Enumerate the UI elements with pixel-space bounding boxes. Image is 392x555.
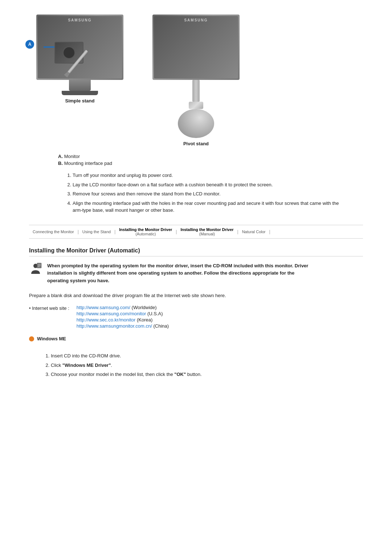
pivot-arm bbox=[192, 80, 200, 102]
instruction-item-1: Turn off your monitor and unplug its pow… bbox=[73, 172, 345, 179]
link-url-0[interactable]: http://www.samsung.com/ bbox=[77, 305, 130, 310]
windows-me-title: Windows ME bbox=[37, 336, 66, 341]
content-area: A SAMSUNG Simple stand bbox=[29, 15, 363, 378]
monitor-foot-simple bbox=[62, 91, 98, 95]
notice-text-bold: When prompted by the operating system fo… bbox=[47, 263, 308, 284]
link-list: http://www.samsung.com/ (Worldwide) http… bbox=[77, 305, 169, 329]
labels-section: A. Monitor B. Mounting interface pad bbox=[29, 154, 363, 166]
notice-svg-icon bbox=[29, 262, 42, 275]
simple-stand-figure: A SAMSUNG Simple stand bbox=[36, 15, 123, 104]
samsung-label-simple: SAMSUNG bbox=[68, 18, 91, 22]
link-suffix-3: (China) bbox=[154, 323, 169, 329]
link-url-3[interactable]: http://www.samsungmonitor.com.cn/ bbox=[77, 323, 152, 329]
step-2-bold: "Windows ME Driver" bbox=[62, 362, 111, 368]
nav-sep-5: | bbox=[269, 229, 270, 234]
monitor-back-simple: SAMSUNG bbox=[36, 15, 123, 80]
monitor-images-section: A SAMSUNG Simple stand bbox=[29, 15, 363, 146]
link-item-3[interactable]: http://www.samsungmonitor.com.cn/ (China… bbox=[77, 323, 169, 329]
link-label: • Internet web site : bbox=[29, 305, 69, 311]
step-item-3: Choose your monitor model in the model l… bbox=[51, 371, 323, 378]
instruction-item-4: Align the mounting interface pad with th… bbox=[73, 200, 345, 214]
windows-me-section: Windows ME bbox=[29, 336, 363, 341]
notice-text: When prompted by the operating system fo… bbox=[47, 262, 309, 285]
link-label-text: Internet web site : bbox=[32, 305, 69, 311]
step-item-1: Insert CD into the CD-ROM drive. bbox=[51, 352, 323, 360]
pivot-joint bbox=[189, 102, 203, 109]
steps-list: Insert CD into the CD-ROM drive. Click "… bbox=[29, 352, 363, 378]
notice-icon bbox=[29, 262, 42, 275]
label-a-item: A. Monitor bbox=[58, 154, 363, 159]
windows-dot-icon bbox=[29, 336, 34, 341]
nav-item-naturalcolor[interactable]: Natural Color bbox=[238, 230, 269, 234]
label-a-badge: A bbox=[25, 40, 34, 49]
simple-stand-label: Simple stand bbox=[65, 98, 95, 104]
monitor-back-pivot: SAMSUNG bbox=[152, 15, 240, 80]
link-section: • Internet web site : http://www.samsung… bbox=[29, 305, 363, 329]
pivot-stand-caption: Pivot stand bbox=[183, 141, 209, 146]
step-3-bold: "OK" bbox=[174, 372, 186, 377]
label-b-letter: B. bbox=[58, 161, 63, 166]
simple-stand-caption: Simple stand bbox=[65, 98, 95, 104]
nav-item-driver-manual-line2: (Manual) bbox=[199, 232, 215, 236]
nav-item-driver-auto-line2: (Automatic) bbox=[135, 232, 156, 236]
monitor-base-simple bbox=[69, 80, 91, 91]
label-b-item: B. Mounting interface pad bbox=[58, 161, 363, 166]
pivot-stand-label: Pivot stand bbox=[183, 141, 209, 146]
instruction-item-3: Remove four screws and then remove the s… bbox=[73, 190, 345, 198]
nav-bar: Connecting the Monitor | Using the Stand… bbox=[29, 225, 363, 239]
bullet-dot: • bbox=[29, 305, 32, 311]
link-suffix-0: (Worldwide) bbox=[132, 305, 157, 310]
label-a-text: Monitor bbox=[64, 154, 80, 159]
instruction-item-2: Lay the LCD monitor face-down on a flat … bbox=[73, 181, 345, 189]
nav-item-driver-manual[interactable]: Installing the Monitor Driver (Manual) bbox=[177, 227, 237, 236]
nav-item-driver-manual-line1: Installing the Monitor Driver bbox=[180, 227, 233, 232]
instructions-list: Turn off your monitor and unplug its pow… bbox=[29, 172, 363, 214]
label-b-text: Mounting interface pad bbox=[64, 161, 112, 166]
link-url-1[interactable]: http://www.samsung.com/monitor bbox=[77, 311, 146, 316]
nav-item-driver-auto[interactable]: Installing the Monitor Driver (Automatic… bbox=[115, 227, 176, 236]
windows-me-header: Windows ME bbox=[29, 336, 363, 341]
simple-stand-image: A SAMSUNG bbox=[36, 15, 123, 95]
link-suffix-2: (Korea) bbox=[137, 317, 152, 323]
nav-item-driver-auto-line1: Installing the Monitor Driver bbox=[119, 227, 172, 232]
instructions-ol: Turn off your monitor and unplug its pow… bbox=[65, 172, 363, 214]
step-item-2: Click "Windows ME Driver". bbox=[51, 362, 323, 369]
link-suffix-1: (U.S.A) bbox=[147, 311, 163, 316]
link-item-1[interactable]: http://www.samsung.com/monitor (U.S.A) bbox=[77, 311, 169, 316]
notice-box: When prompted by the operating system fo… bbox=[29, 262, 363, 285]
nav-item-stand[interactable]: Using the Stand bbox=[79, 230, 114, 234]
pivot-stand-figure: SAMSUNG Pivot stand bbox=[152, 15, 240, 146]
samsung-label-pivot: SAMSUNG bbox=[184, 18, 208, 22]
prepare-text: Prepare a blank disk and download the dr… bbox=[29, 292, 301, 299]
nav-item-connecting[interactable]: Connecting the Monitor bbox=[29, 230, 78, 234]
pivot-stand-image: SAMSUNG bbox=[152, 15, 240, 138]
label-a-letter: A. bbox=[58, 154, 63, 159]
link-item-0[interactable]: http://www.samsung.com/ (Worldwide) bbox=[77, 305, 169, 310]
link-item-2[interactable]: http://www.sec.co.kr/monitor (Korea) bbox=[77, 317, 169, 323]
section-header: Installing the Monitor Driver (Automatic… bbox=[29, 247, 363, 256]
page: A SAMSUNG Simple stand bbox=[0, 0, 392, 404]
steps-ol: Insert CD into the CD-ROM drive. Click "… bbox=[44, 352, 363, 378]
pivot-base bbox=[178, 109, 214, 138]
link-url-2[interactable]: http://www.sec.co.kr/monitor bbox=[77, 317, 136, 323]
